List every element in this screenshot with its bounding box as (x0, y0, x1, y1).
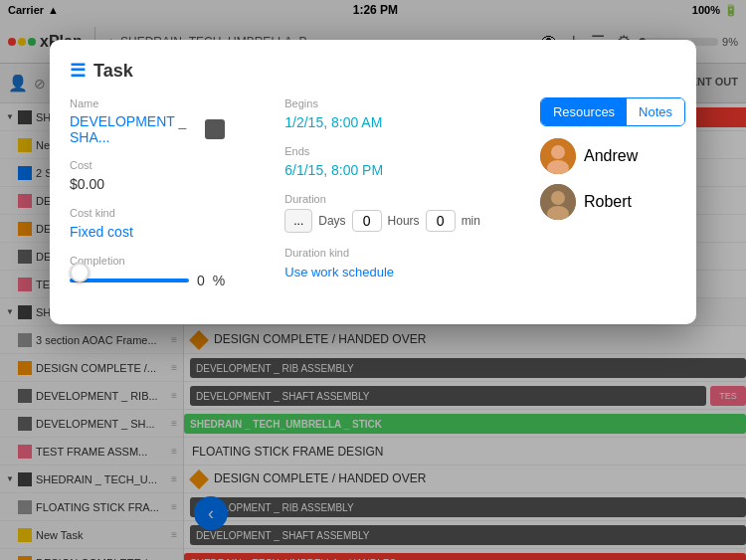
slider-thumb[interactable] (70, 263, 90, 282)
resources-list: Andrew Robert (540, 138, 685, 220)
tab-resources[interactable]: Resources (541, 98, 627, 125)
completion-slider[interactable] (70, 271, 189, 290)
slider-pct-sign: % (213, 273, 225, 288)
color-swatch[interactable] (205, 119, 225, 139)
avatar-andrew (540, 138, 576, 174)
resource-name-andrew: Andrew (584, 147, 638, 165)
modal-right-col: Resources Notes Andrew (540, 97, 685, 304)
begins-field: Begins 1/2/15, 8:00 AM (284, 97, 480, 131)
duration-field: Duration ... Days Hours min (284, 193, 480, 233)
resource-item-andrew: Andrew (540, 138, 685, 174)
cost-kind-field: Cost kind Fixed cost (70, 207, 225, 241)
ends-label: Ends (284, 145, 480, 157)
task-modal: ☰ Task Name DEVELOPMENT _ SHA... Cost $0… (50, 40, 696, 324)
modal-title: ☰ Task (70, 60, 676, 82)
duration-row: ... Days Hours min (284, 209, 480, 233)
completion-field: Completion 0 % (70, 255, 225, 290)
duration-label: Duration (284, 193, 480, 205)
slider-row: 0 % (70, 271, 225, 290)
cost-kind-value[interactable]: Fixed cost (70, 224, 133, 240)
completion-label: Completion (70, 255, 225, 267)
tab-notes[interactable]: Notes (627, 98, 684, 125)
begins-value[interactable]: 1/2/15, 8:00 AM (284, 114, 382, 130)
resource-item-robert: Robert (540, 184, 685, 220)
cost-value[interactable]: $0.00 (70, 176, 104, 192)
cost-label: Cost (70, 159, 225, 171)
ends-field: Ends 6/1/15, 8:00 PM (284, 145, 480, 179)
avatar-robert (540, 184, 576, 220)
avatar-andrew-svg (540, 138, 576, 174)
avatar-robert-svg (540, 184, 576, 220)
name-field: Name DEVELOPMENT _ SHA... (70, 97, 225, 145)
modal-left-col: Name DEVELOPMENT _ SHA... Cost $0.00 Cos… (70, 97, 225, 304)
name-label: Name (70, 97, 225, 109)
duration-days-input[interactable] (352, 210, 382, 232)
cost-field: Cost $0.00 (70, 159, 225, 193)
duration-hours-label: Hours (388, 214, 420, 228)
svg-point-4 (551, 191, 565, 205)
modal-mid-col: Begins 1/2/15, 8:00 AM Ends 6/1/15, 8:00… (284, 97, 480, 304)
resource-notes-tabs: Resources Notes (540, 97, 685, 126)
task-icon: ☰ (70, 60, 86, 82)
duration-kind-label: Duration kind (284, 247, 480, 259)
modal-overlay: ☰ Task Name DEVELOPMENT _ SHA... Cost $0… (0, 0, 746, 560)
duration-hours-input[interactable] (426, 210, 456, 232)
cost-kind-label: Cost kind (70, 207, 225, 219)
modal-body: Name DEVELOPMENT _ SHA... Cost $0.00 Cos… (70, 97, 676, 304)
begins-label: Begins (284, 97, 480, 109)
duration-kind-field: Duration kind Use work schedule (284, 247, 480, 280)
modal-title-label: Task (93, 61, 133, 82)
slider-track (70, 279, 189, 282)
duration-more-btn[interactable]: ... (284, 209, 312, 233)
slider-value: 0 (197, 273, 205, 288)
duration-min-label: min (462, 214, 480, 228)
resource-name-robert: Robert (584, 193, 632, 211)
ends-value[interactable]: 6/1/15, 8:00 PM (284, 162, 383, 178)
svg-point-1 (551, 145, 565, 159)
name-row: DEVELOPMENT _ SHA... (70, 113, 225, 145)
duration-days-label: Days (318, 214, 345, 228)
name-input[interactable]: DEVELOPMENT _ SHA... (70, 113, 197, 145)
use-work-schedule-link[interactable]: Use work schedule (284, 265, 394, 280)
